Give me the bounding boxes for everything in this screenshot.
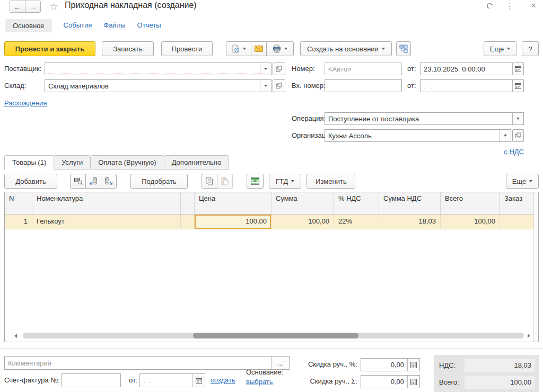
back-button[interactable]: ←: [10, 1, 25, 13]
supplier-open-button[interactable]: [273, 63, 285, 75]
discount-percent-field[interactable]: [361, 358, 420, 371]
cell-nomenclature[interactable]: Гелькоут: [32, 215, 181, 229]
discount-sum-calc-button[interactable]: [407, 376, 419, 388]
discount-sum-field[interactable]: [361, 375, 420, 388]
incoming-date-calendar-button[interactable]: [512, 80, 523, 92]
column-header-price: Цена: [195, 192, 272, 214]
post-later-button[interactable]: [226, 41, 251, 56]
organization-open-button[interactable]: [512, 129, 524, 142]
discrepancies-link[interactable]: Расхождения: [4, 97, 47, 110]
date-calendar-button[interactable]: [512, 63, 523, 75]
table-more-button[interactable]: Еще: [506, 174, 539, 189]
supplier-field[interactable]: [45, 63, 272, 75]
help-button[interactable]: ?: [522, 41, 539, 56]
related-documents-icon: [399, 44, 408, 53]
scroll-left-icon[interactable]: [14, 334, 17, 338]
cell-order[interactable]: [500, 215, 538, 229]
cell-vat-sum[interactable]: 18,03: [379, 215, 441, 229]
scroll-right-icon[interactable]: [528, 334, 530, 338]
send-email-button[interactable]: [251, 41, 267, 56]
table-settings-button[interactable]: [247, 174, 264, 189]
supplier-dropdown-button[interactable]: [260, 63, 271, 75]
add-row-button[interactable]: Добавить: [4, 174, 57, 189]
gtd-button[interactable]: ГТД: [269, 174, 301, 189]
pick-items-button[interactable]: Подобрать: [130, 174, 188, 189]
incoming-date-input[interactable]: [421, 80, 512, 92]
incoming-number-field[interactable]: [325, 79, 402, 92]
tab-files[interactable]: Файлы: [103, 21, 125, 30]
scrollbar-thumb[interactable]: [193, 333, 358, 338]
invoice-number-input[interactable]: [62, 374, 120, 387]
save-button[interactable]: Записать: [102, 41, 154, 56]
number-input[interactable]: [325, 63, 401, 75]
vat-mode-link[interactable]: с НДС: [504, 146, 524, 158]
operation-input[interactable]: [325, 113, 512, 124]
invoice-date-calendar-button[interactable]: [192, 374, 205, 387]
unload-to-terminal-button[interactable]: [101, 174, 117, 189]
comment-input[interactable]: [5, 357, 271, 369]
more-menu-icon[interactable]: ⋮: [506, 2, 514, 11]
discount-percent-calc-button[interactable]: [407, 359, 419, 371]
edit-row-button[interactable]: Изменить: [306, 174, 355, 189]
operation-field[interactable]: [325, 112, 524, 125]
table-row[interactable]: 1 Гелькоут 100,00 100,00 22% 18,03 100,0…: [5, 215, 538, 229]
forward-button[interactable]: →: [25, 1, 41, 13]
supplier-input[interactable]: [45, 63, 260, 75]
invoice-date-field[interactable]: [139, 373, 205, 387]
load-from-terminal-button[interactable]: [85, 174, 101, 189]
invoice-date-input[interactable]: [140, 374, 192, 387]
close-icon[interactable]: ×: [531, 1, 536, 11]
tab-main[interactable]: Основное: [5, 19, 52, 32]
copy-rows-button[interactable]: [202, 174, 217, 189]
caret-down-icon: [504, 135, 507, 137]
history-nav: ← →: [10, 1, 41, 13]
date-field[interactable]: [420, 63, 524, 75]
incoming-date-field[interactable]: [420, 79, 524, 92]
organization-dropdown-button[interactable]: [500, 130, 511, 141]
tab-additional[interactable]: Дополнительно: [164, 155, 230, 170]
column-header-spacer: [181, 192, 195, 214]
invoice-number-field[interactable]: [62, 373, 121, 387]
caret-down-icon: [507, 48, 510, 50]
basis-select-link[interactable]: выбрать: [246, 377, 273, 386]
cell-spacer[interactable]: [181, 215, 195, 229]
cell-total[interactable]: 100,00: [441, 215, 500, 229]
vertical-scrollbar[interactable]: [533, 192, 538, 342]
cell-price-selected[interactable]: 100,00: [195, 215, 272, 229]
cell-vat-percent[interactable]: 22%: [334, 215, 379, 229]
barcode-scan-button[interactable]: [70, 174, 86, 189]
document-structure-button[interactable]: [396, 41, 411, 56]
tab-events[interactable]: События: [64, 21, 92, 30]
get-link-icon[interactable]: [485, 2, 494, 10]
date-input[interactable]: [421, 63, 512, 75]
invoice-create-link[interactable]: создать: [211, 373, 235, 387]
organization-field[interactable]: [325, 129, 511, 142]
column-header-nomenclature: Номенклатура: [32, 192, 181, 214]
warehouse-dropdown-button[interactable]: [260, 80, 271, 92]
tab-services[interactable]: Услуги: [54, 155, 91, 170]
discount-sum-input[interactable]: [361, 376, 407, 388]
incoming-number-input[interactable]: [325, 80, 401, 92]
paste-rows-button[interactable]: [217, 174, 233, 189]
tab-payment[interactable]: Оплата (Вручную): [90, 155, 164, 170]
more-actions-button[interactable]: Еще: [484, 41, 516, 56]
print-button[interactable]: [266, 41, 294, 56]
warehouse-input[interactable]: [45, 80, 260, 92]
tab-reports[interactable]: Отчеты: [137, 21, 161, 30]
number-field[interactable]: [325, 63, 402, 75]
operation-dropdown-button[interactable]: [512, 113, 523, 124]
create-based-on-button[interactable]: Создать на основании: [300, 41, 392, 56]
operation-label: Операция:: [292, 112, 326, 125]
invoice-label: Счет-фактура №:: [4, 373, 60, 387]
warehouse-open-button[interactable]: [273, 79, 285, 92]
favorite-star-icon[interactable]: ☆: [49, 1, 58, 13]
scrollbar-track[interactable]: [23, 333, 524, 338]
organization-input[interactable]: [325, 130, 500, 141]
cell-sum[interactable]: 100,00: [272, 215, 334, 229]
tab-goods[interactable]: Товары (1): [4, 155, 54, 170]
discount-percent-input[interactable]: [361, 359, 407, 371]
post-button[interactable]: Провести: [161, 41, 213, 56]
warehouse-field[interactable]: [45, 79, 272, 92]
cell-n[interactable]: 1: [5, 215, 32, 229]
post-and-close-button[interactable]: Провести и закрыть: [4, 41, 95, 56]
